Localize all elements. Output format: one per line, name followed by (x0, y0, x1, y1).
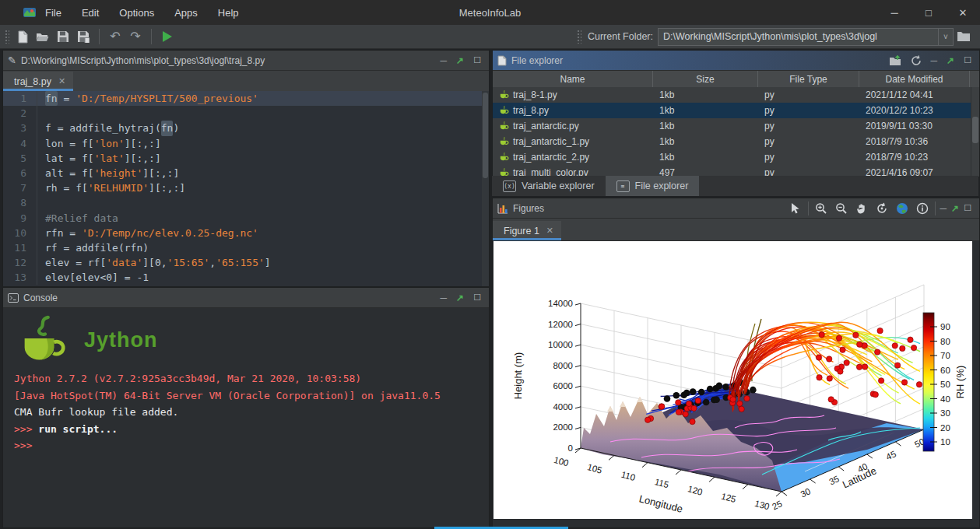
folder-up-icon[interactable] (889, 55, 901, 66)
tab-close-icon[interactable]: ✕ (546, 226, 553, 236)
pan-tool-button[interactable] (854, 201, 869, 216)
editor-tab-label: traj_8.py (14, 76, 51, 87)
file-table-scrollbar-thumb[interactable] (972, 117, 978, 143)
zoom-out-tool-button[interactable] (834, 201, 849, 216)
menu-options[interactable]: Options (119, 7, 154, 19)
undo-button[interactable]: ↶ (105, 27, 125, 46)
globe-tool-button[interactable] (894, 201, 910, 216)
maximize-panel-icon[interactable]: ☐ (473, 293, 481, 302)
file-row-traj_antarctic_2.py[interactable]: traj_antarctic_2.py1kbpy2018/7/9 10:23 (493, 149, 971, 165)
figure-canvas[interactable]: 02000400060008000100001200014000Height (… (494, 241, 972, 519)
code-line-11: 11rf = addfile(rfn) (3, 240, 489, 255)
python-file-icon (499, 90, 509, 100)
column-header-date[interactable]: Date Modified (859, 71, 970, 87)
folder-icon (957, 31, 971, 42)
svg-text:60: 60 (940, 366, 950, 375)
svg-text:20: 20 (940, 423, 950, 433)
menu-help[interactable]: Help (218, 7, 239, 19)
menu-edit[interactable]: Edit (82, 7, 99, 19)
trajectory-3d-plot: 02000400060008000100001200014000Height (… (494, 241, 972, 519)
new-file-button[interactable] (12, 27, 33, 46)
svg-text:8000: 8000 (553, 361, 573, 370)
pointer-tool-button[interactable] (788, 201, 803, 216)
chevron-down-icon[interactable]: ˅ (938, 29, 953, 45)
rotate-icon (876, 202, 888, 215)
minimize-panel-icon[interactable]: ─ (441, 56, 448, 65)
console-line: [Java HotSpot(TM) 64-Bit Server VM (Orac… (14, 387, 489, 405)
tab-close-icon[interactable]: ✕ (58, 76, 65, 86)
redo-button[interactable]: ↷ (125, 27, 146, 46)
tab-traj-8-py[interactable]: traj_8.py ✕ (3, 72, 73, 91)
info-tool-button[interactable] (915, 201, 930, 216)
float-panel-icon[interactable]: ↗ (951, 203, 959, 214)
code-editor[interactable]: 1fn = 'D:/Temp/HYSPLIT/500_previous'23f … (3, 91, 489, 286)
console-panel-title: Console (23, 293, 58, 303)
menu-file[interactable]: File (45, 7, 61, 19)
minimize-panel-icon[interactable]: ─ (940, 203, 947, 214)
figures-panel: Figures ─ ↗ ☐ Figure 1 ✕ 020004000600080… (492, 198, 980, 528)
globe-icon (896, 202, 908, 215)
maximize-panel-icon[interactable]: ☐ (964, 56, 971, 65)
save-as-button[interactable] (73, 27, 93, 46)
svg-text:130: 130 (753, 499, 771, 512)
file-row-traj_multi_color.py[interactable]: traj_multi_color.py497py2021/4/16 09:07 (493, 165, 971, 177)
float-panel-icon[interactable]: ↗ (456, 56, 464, 65)
console-panel-titlebar: Console ─ ↗ ☐ (3, 288, 489, 308)
minimize-window-button[interactable]: ─ (877, 0, 912, 25)
svg-text:12000: 12000 (548, 320, 573, 329)
app-logo-icon (23, 6, 36, 19)
tab-figure-1[interactable]: Figure 1 ✕ (493, 221, 561, 240)
save-file-button[interactable] (53, 27, 73, 46)
figures-tab-strip: Figure 1 ✕ (493, 219, 979, 241)
hand-icon (855, 202, 868, 215)
svg-text:90: 90 (940, 322, 950, 331)
rotate-tool-button[interactable] (874, 201, 890, 216)
jython-logo-text: Jython (84, 328, 158, 352)
open-file-button[interactable] (33, 27, 53, 46)
dock-tab-file-explorer[interactable]: ≡File explorer (606, 176, 700, 196)
python-file-icon (499, 152, 509, 163)
svg-text:10000: 10000 (548, 340, 573, 349)
column-header-size[interactable]: Size (653, 71, 758, 87)
svg-text:110: 110 (620, 470, 637, 482)
zoom-out-icon (835, 202, 848, 215)
file-row-traj_8-1.py[interactable]: traj_8-1.py1kbpy2021/1/12 04:41 (493, 87, 971, 103)
current-folder-combobox[interactable]: D:\Working\MIScript\Jython\mis\plot_type… (658, 28, 954, 46)
editor-scrollbar-thumb[interactable] (483, 93, 488, 178)
close-window-button[interactable]: ✕ (946, 0, 980, 25)
file-table-scrollbar[interactable] (971, 87, 979, 177)
svg-text:80: 80 (940, 337, 950, 346)
refresh-icon[interactable] (911, 55, 922, 66)
code-line-10: 10rfn = 'D:/Temp/nc/elev.0.25-deg.nc' (3, 226, 489, 240)
figures-panel-padding (972, 241, 979, 527)
editor-scrollbar[interactable] (482, 91, 489, 286)
python-file-icon (499, 137, 509, 147)
console-line: CMA Bufr lookup file added. (14, 404, 489, 421)
column-header-filetype[interactable]: File Type (758, 71, 859, 87)
jython-logo: Jython (14, 314, 489, 366)
console-output[interactable]: Jython Jython 2.7.2 (v2.7.2:925a3cc3b49d… (3, 308, 489, 527)
float-panel-icon[interactable]: ↗ (947, 56, 954, 65)
minimize-panel-icon[interactable]: ─ (441, 293, 448, 303)
toolbar-drag-handle[interactable] (5, 30, 9, 44)
maximize-panel-icon[interactable]: ☐ (473, 56, 481, 65)
code-line-8: 8 (3, 195, 489, 210)
column-header-name[interactable]: Name (493, 71, 653, 87)
folder-toolbar-drag-handle[interactable] (577, 30, 581, 44)
zoom-in-tool-button[interactable] (813, 201, 829, 216)
float-panel-icon[interactable]: ↗ (456, 293, 464, 303)
file-row-traj_antarctic.py[interactable]: traj_antarctic.py1kbpy2019/9/11 03:30 (493, 118, 971, 134)
svg-text:125: 125 (720, 492, 737, 505)
menu-bar: FileEditOptionsAppsHelp (45, 7, 239, 19)
svg-text:105: 105 (586, 462, 603, 475)
run-script-button[interactable] (157, 27, 177, 46)
browse-folder-button[interactable] (954, 27, 974, 46)
maximize-window-button[interactable]: □ (912, 0, 946, 25)
file-row-traj_8.py[interactable]: traj_8.py1kbpy2020/12/2 10:23 (493, 103, 971, 118)
file-row-traj_antarctic_1.py[interactable]: traj_antarctic_1.py1kbpy2018/7/9 10:36 (493, 134, 971, 149)
dock-tab-variable-explorer[interactable]: (x)Variable explorer (492, 176, 606, 196)
svg-text:25: 25 (771, 499, 784, 511)
menu-apps[interactable]: Apps (174, 7, 198, 19)
minimize-panel-icon[interactable]: ─ (931, 56, 938, 65)
maximize-panel-icon[interactable]: ☐ (964, 203, 971, 213)
